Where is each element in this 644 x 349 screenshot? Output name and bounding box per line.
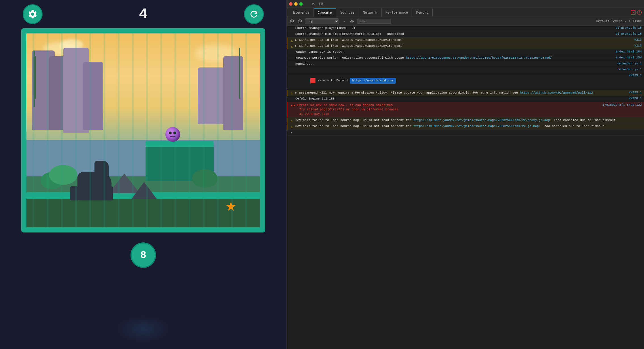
window-maximize-button[interactable] <box>299 2 303 6</box>
platform-elevated <box>146 141 214 147</box>
settings-button[interactable] <box>23 4 43 24</box>
defold-red-icon <box>310 78 315 83</box>
defold-url[interactable]: https://www.defold.com <box>350 78 395 83</box>
console-line-sourcemap-1: ⚠ DevTools failed to load source map: Co… <box>287 118 644 124</box>
vine-2 <box>35 56 36 99</box>
info-icon <box>290 68 294 72</box>
warning-icon-3: ⚠ <box>290 91 294 95</box>
tab-sources[interactable]: Sources <box>336 8 359 17</box>
filter-input[interactable] <box>357 19 391 24</box>
ball-eye-left <box>169 132 172 134</box>
warning-icon-4: ⚠ <box>290 119 294 123</box>
warning-icon: ⚠ <box>290 39 294 43</box>
tab-elements[interactable]: Elements <box>289 8 314 17</box>
rock-5 <box>198 67 226 124</box>
down-arrow-icon[interactable]: ▾ <box>341 18 347 24</box>
info-icon <box>290 50 294 54</box>
player-ball <box>165 127 180 142</box>
foliage-3 <box>192 169 218 188</box>
console-line: YaGames: Service Worker registration suc… <box>287 55 644 61</box>
console-line-warning: ⚠ ▶ Can't get app id from `window.Yandex… <box>287 37 644 43</box>
eye-icon[interactable] <box>349 18 355 24</box>
info-icon <box>290 62 294 66</box>
info-icon <box>290 56 294 60</box>
tab-memory[interactable]: Memory <box>412 8 433 17</box>
console-line-sourcemap-2: ⚠ DevTools failed to load source map: Co… <box>287 124 644 130</box>
console-line-warning-2: ⚠ ▶ Can't get app id from `window.Yandex… <box>287 43 644 49</box>
dino-head <box>94 161 109 178</box>
context-select[interactable]: top <box>305 18 339 24</box>
error-count-badge: ! <box>637 10 642 15</box>
console-ban-icon[interactable] <box>297 18 303 24</box>
game-canvas-wrapper <box>21 28 265 232</box>
game-top-bar: 4 <box>0 0 287 28</box>
clear-console-icon[interactable] <box>289 18 295 24</box>
ball-eye-right <box>173 132 176 134</box>
window-close-button[interactable] <box>289 2 292 6</box>
tab-performance[interactable]: Performance <box>382 8 412 17</box>
issues-count: 1 Issue <box>629 19 642 23</box>
defold-badge: Made with Defold https://www.defold.com <box>310 78 396 83</box>
console-line-gamepad-warning: ⚠ ▶ getGamepad will now require a Permis… <box>287 90 644 96</box>
expand-icon: ▶ <box>290 131 294 135</box>
console-line-error: ● ▶ Error: No adv to show now - it can h… <box>287 102 644 118</box>
bg-decoration <box>115 315 172 343</box>
tab-console[interactable]: Console <box>314 8 336 17</box>
refresh-button[interactable] <box>244 4 264 24</box>
foliage-2 <box>49 165 77 185</box>
info-icon <box>290 74 294 78</box>
made-with-text: Made with Defold <box>318 79 348 83</box>
devtools-top-bar <box>287 0 644 8</box>
vine-3 <box>239 48 240 99</box>
game-inner[interactable] <box>26 33 260 227</box>
info-icon <box>290 97 294 101</box>
default-levels-select[interactable]: Default levels ▾ <box>596 19 626 23</box>
info-icon <box>290 33 294 37</box>
error-icon: ● <box>290 104 294 108</box>
inspect-element-icon[interactable] <box>311 1 316 7</box>
info-icon <box>290 27 294 31</box>
console-line: ShortcutManager playedTimes 21 v2-proxy.… <box>287 26 644 31</box>
console-line: dmloader.js:1 <box>287 67 644 73</box>
error-close-icon[interactable]: ✕ <box>631 10 635 15</box>
vine-1 <box>33 50 35 107</box>
dino-leg <box>70 186 79 200</box>
warning-icon-5: ⚠ <box>290 125 294 129</box>
gear-icon <box>28 9 38 19</box>
triangle-obstacle-2 <box>131 182 157 199</box>
console-line-defold: Made with Defold https://www.defold.com … <box>287 73 644 90</box>
rock-4 <box>83 62 103 130</box>
panel-tabs-row: Elements Console Sources Network Perform… <box>287 8 644 17</box>
console-line-defold-engine: Defold Engine 1.2.188 VM228:1 <box>287 96 644 102</box>
console-line: Running... dmloader.js:1 <box>287 61 644 67</box>
ball-mouth <box>170 136 175 137</box>
refresh-icon <box>249 9 259 19</box>
game-panel: 4 <box>0 0 287 349</box>
score-display: 4 <box>139 6 148 23</box>
ball-counter: 8 <box>131 242 156 268</box>
window-minimize-button[interactable] <box>294 2 298 6</box>
tab-network[interactable]: Network <box>359 8 382 17</box>
dino-leg-2 <box>104 186 113 200</box>
bottom-area: 8 <box>0 237 287 274</box>
console-expand-row: ▶ <box>287 130 644 136</box>
console-filter-bar: top ▾ Default levels ▾ 1 Issue <box>287 17 644 26</box>
warning-icon-2: ⚠ <box>290 45 294 48</box>
console-output[interactable]: ShortcutManager playedTimes 21 v2-proxy.… <box>287 26 644 349</box>
console-line: ShortcutManager minTimesForShowShortcutD… <box>287 31 644 37</box>
game-border <box>21 28 265 232</box>
device-toolbar-icon[interactable] <box>318 1 324 7</box>
svg-line-4 <box>299 20 301 22</box>
console-line: Yandex Games SDK is ready! index.html:16… <box>287 49 644 55</box>
devtools-panel: Elements Console Sources Network Perform… <box>287 0 644 349</box>
